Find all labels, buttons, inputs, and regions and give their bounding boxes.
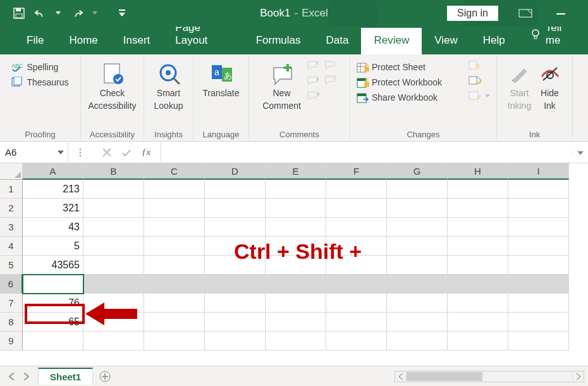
cell[interactable] bbox=[144, 199, 205, 218]
cell[interactable] bbox=[205, 275, 266, 294]
cell[interactable] bbox=[144, 180, 205, 199]
col-header-f[interactable]: F bbox=[326, 163, 387, 180]
formula-input[interactable] bbox=[161, 142, 572, 163]
tab-file[interactable]: File bbox=[14, 28, 56, 54]
show-comment-button[interactable] bbox=[325, 60, 336, 72]
cell[interactable] bbox=[83, 199, 144, 218]
cell[interactable] bbox=[83, 237, 144, 256]
dropdown-icon[interactable] bbox=[58, 151, 64, 154]
cell[interactable] bbox=[83, 180, 144, 199]
cell[interactable] bbox=[387, 199, 448, 218]
cell[interactable]: 43 bbox=[23, 218, 83, 237]
row-header[interactable]: 3 bbox=[0, 218, 23, 237]
cell[interactable] bbox=[448, 256, 508, 275]
cell[interactable] bbox=[326, 294, 387, 313]
spreadsheet-grid[interactable]: A B C D E F G H I 1213232134345543565677… bbox=[0, 163, 588, 351]
spelling-button[interactable]: ABC Spelling bbox=[11, 61, 68, 73]
sign-in-button[interactable]: Sign in bbox=[447, 6, 498, 21]
cell[interactable] bbox=[266, 218, 326, 237]
col-header-b[interactable]: B bbox=[83, 163, 144, 180]
cell[interactable] bbox=[387, 275, 448, 294]
enter-icon[interactable] bbox=[121, 148, 132, 157]
cell[interactable] bbox=[326, 275, 387, 294]
cell[interactable] bbox=[326, 256, 387, 275]
allow-edit-button[interactable] bbox=[469, 75, 490, 87]
row-header[interactable]: 8 bbox=[0, 313, 23, 332]
cell[interactable] bbox=[83, 294, 144, 313]
delete-comment-button[interactable] bbox=[307, 60, 319, 72]
cell[interactable] bbox=[205, 332, 266, 351]
cell[interactable] bbox=[144, 256, 205, 275]
cell[interactable] bbox=[387, 237, 448, 256]
cell[interactable]: 76 bbox=[23, 294, 83, 313]
cell[interactable]: 43565 bbox=[23, 256, 83, 275]
row-header[interactable]: 9 bbox=[0, 332, 23, 351]
dropdown-icon[interactable] bbox=[56, 9, 62, 18]
new-comment-button[interactable]: New Comment bbox=[262, 58, 301, 111]
horizontal-scrollbar[interactable] bbox=[395, 371, 584, 382]
cell[interactable] bbox=[387, 218, 448, 237]
sheet-tab[interactable]: Sheet1 bbox=[38, 368, 93, 385]
cell[interactable]: 65 bbox=[23, 313, 83, 332]
ribbon-display-options-icon[interactable] bbox=[517, 7, 534, 20]
dropdown-icon[interactable] bbox=[92, 9, 99, 18]
cell[interactable] bbox=[387, 180, 448, 199]
cell[interactable] bbox=[387, 294, 448, 313]
cell[interactable] bbox=[144, 313, 205, 332]
col-header-e[interactable]: E bbox=[266, 163, 326, 180]
cell[interactable] bbox=[23, 332, 83, 351]
cell[interactable] bbox=[266, 256, 326, 275]
cell[interactable] bbox=[448, 313, 508, 332]
cell[interactable] bbox=[144, 237, 205, 256]
cell[interactable] bbox=[266, 275, 326, 294]
col-header-c[interactable]: C bbox=[144, 163, 205, 180]
cell[interactable] bbox=[266, 180, 326, 199]
translate-button[interactable]: aあ Translate bbox=[203, 58, 240, 98]
scroll-left-icon[interactable] bbox=[395, 371, 407, 382]
cell[interactable] bbox=[326, 237, 387, 256]
cell[interactable] bbox=[144, 294, 205, 313]
sheet-nav-next-icon[interactable] bbox=[23, 373, 29, 380]
cell[interactable] bbox=[266, 313, 326, 332]
function-wizard-icon[interactable] bbox=[68, 147, 92, 158]
row-header[interactable]: 7 bbox=[0, 294, 23, 313]
new-sheet-button[interactable] bbox=[93, 371, 117, 382]
redo-icon[interactable] bbox=[71, 7, 83, 20]
cell[interactable] bbox=[266, 332, 326, 351]
scroll-right-icon[interactable] bbox=[572, 371, 584, 382]
protect-workbook-button[interactable]: Protect Workbook bbox=[357, 77, 462, 88]
cell[interactable] bbox=[448, 275, 508, 294]
col-header-h[interactable]: H bbox=[448, 163, 508, 180]
show-all-button[interactable] bbox=[325, 75, 336, 87]
row-header[interactable]: 4 bbox=[0, 237, 23, 256]
fx-label[interactable]: ƒx bbox=[142, 147, 150, 158]
cell[interactable] bbox=[448, 332, 508, 351]
cell[interactable] bbox=[508, 180, 569, 199]
tab-review[interactable]: Review bbox=[361, 28, 422, 54]
cell[interactable] bbox=[205, 218, 266, 237]
cell[interactable] bbox=[205, 180, 266, 199]
cell[interactable] bbox=[448, 218, 508, 237]
cell[interactable] bbox=[205, 294, 266, 313]
cell[interactable] bbox=[83, 275, 144, 294]
cell[interactable] bbox=[205, 199, 266, 218]
row-header[interactable]: 2 bbox=[0, 199, 23, 218]
minimize-icon[interactable] bbox=[553, 7, 569, 20]
cell[interactable] bbox=[508, 313, 569, 332]
cell[interactable] bbox=[508, 275, 569, 294]
share-workbook-button[interactable]: Share Workbook bbox=[357, 92, 462, 103]
cell[interactable] bbox=[83, 256, 144, 275]
cell[interactable] bbox=[23, 275, 83, 294]
save-icon[interactable] bbox=[13, 7, 25, 20]
cell[interactable] bbox=[508, 294, 569, 313]
cell[interactable] bbox=[387, 256, 448, 275]
scroll-thumb[interactable] bbox=[407, 372, 482, 381]
tab-formulas[interactable]: Formulas bbox=[243, 28, 314, 54]
cell[interactable] bbox=[266, 237, 326, 256]
cell[interactable]: 321 bbox=[23, 199, 83, 218]
cell[interactable] bbox=[144, 218, 205, 237]
col-header-i[interactable]: I bbox=[508, 163, 569, 180]
cell[interactable] bbox=[326, 180, 387, 199]
row-header[interactable]: 6 bbox=[0, 275, 23, 294]
tab-view[interactable]: View bbox=[422, 28, 470, 54]
